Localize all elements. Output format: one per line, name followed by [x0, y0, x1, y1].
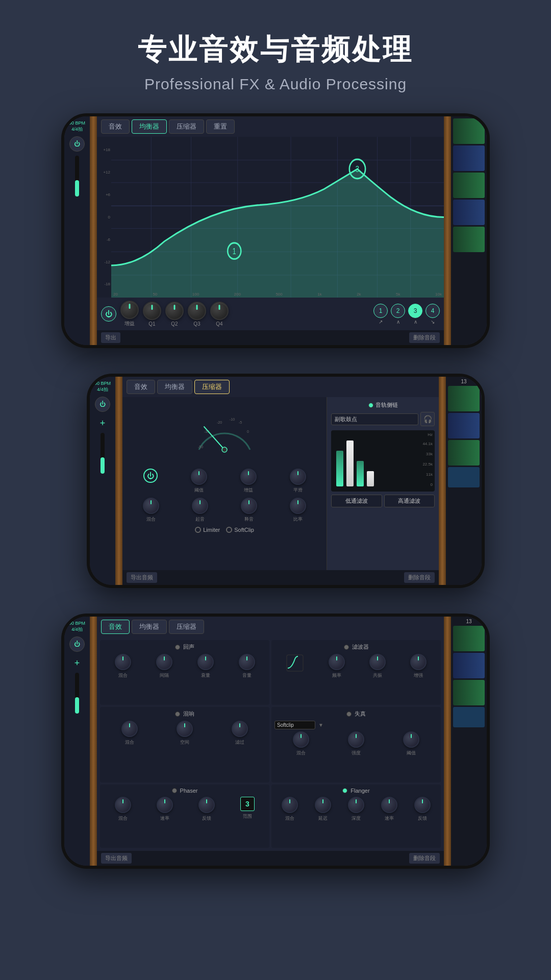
dist-strength-knob[interactable]: [348, 731, 364, 748]
freq-bar-2: [346, 440, 354, 486]
flanger-delay-knob[interactable]: [315, 797, 331, 813]
comp-knobs-row-1: ⏻ 阈值 增益 平滑: [127, 469, 322, 494]
band-3-btn[interactable]: 3: [408, 304, 422, 318]
dist-threshold-knob[interactable]: [403, 731, 419, 748]
filter-indicator: [344, 645, 349, 650]
phaser-mix-knob[interactable]: [115, 797, 131, 813]
export-audio-btn[interactable]: 导出音频: [127, 572, 157, 583]
svg-text:-20: -20: [217, 421, 222, 424]
export-audio-btn-3[interactable]: 导出音频: [101, 853, 132, 864]
phone-1: 90 BPM 4/4拍 ⏻ 音效 均衡器 压缩器 重置: [61, 113, 490, 348]
eq-power-btn[interactable]: ⏻: [101, 306, 116, 322]
power-btn-3[interactable]: ⏻: [69, 636, 85, 652]
reverb-knobs: 混合 间隔 衰量 音量: [103, 654, 266, 679]
flanger-rate-knob[interactable]: [381, 797, 397, 813]
q3-knob[interactable]: [188, 302, 206, 320]
wood-frame-right-2: [439, 377, 446, 585]
tab-fx-3[interactable]: 音效: [101, 620, 130, 634]
track-s2-3: [448, 440, 480, 465]
gain-knob[interactable]: [120, 301, 139, 319]
flanger-depth-knob[interactable]: [348, 797, 364, 813]
threshold-knob[interactable]: [191, 469, 207, 485]
attack-knob[interactable]: [192, 498, 208, 514]
power-btn-2[interactable]: ⏻: [95, 397, 110, 412]
flanger-feedback-knob[interactable]: [414, 797, 431, 813]
volume-slider[interactable]: [75, 156, 79, 197]
tab-eq-3[interactable]: 均衡器: [132, 620, 167, 634]
phone-2-footer: 导出音频 删除音段: [122, 570, 439, 585]
q2-knob[interactable]: [165, 302, 184, 320]
limiter-radio[interactable]: [195, 527, 201, 533]
ratio-knob[interactable]: [290, 498, 306, 514]
export-btn[interactable]: 导出: [101, 332, 120, 343]
tab-fx-2[interactable]: 音效: [127, 380, 155, 394]
filter-freq-knob[interactable]: [329, 654, 345, 670]
flanger-section: Flanger 混合 延迟: [271, 785, 441, 848]
knob-q4: Q4: [210, 302, 229, 327]
filter-gain-knob[interactable]: [410, 654, 427, 670]
headphone-btn[interactable]: 🎧: [420, 412, 435, 426]
tab-eq[interactable]: 均衡器: [132, 119, 167, 134]
softclip-radio[interactable]: [226, 527, 232, 533]
highpass-btn[interactable]: 高通滤波: [384, 495, 435, 507]
band-4-btn[interactable]: 4: [425, 304, 440, 318]
volume-slider-2[interactable]: [101, 433, 105, 474]
lowpass-btn[interactable]: 低通滤波: [331, 495, 382, 507]
mix-knob[interactable]: [143, 498, 159, 514]
smooth-knob[interactable]: [290, 469, 306, 485]
distortion-indicator: [346, 712, 352, 717]
release-knob[interactable]: [241, 498, 257, 514]
tab-eq-2[interactable]: 均衡器: [157, 380, 192, 394]
tab-comp-2[interactable]: 压缩器: [194, 380, 230, 394]
power-button[interactable]: ⏻: [69, 136, 85, 152]
eq-y-labels: +18 +12 +6 0 -6 -12 -18: [97, 137, 111, 298]
compressor-panel: -50 -30 -20 -10 -5 0: [122, 397, 439, 570]
chorus-space-knob[interactable]: [177, 721, 193, 737]
reverb-interval-knob[interactable]: [156, 654, 172, 670]
tab-comp-3[interactable]: 压缩器: [169, 620, 204, 634]
q4-knob[interactable]: [210, 302, 229, 320]
filter-section: 滤波器 频率: [271, 640, 441, 705]
track-s2-2: [448, 413, 480, 438]
phone-2-right-panel: 13: [446, 377, 482, 585]
delete-btn[interactable]: 删除音段: [409, 332, 440, 343]
eq-curve-area: 1 3 20 50 100 200 500 1k 2k: [111, 137, 444, 298]
band-1-btn[interactable]: 1: [373, 304, 388, 318]
reverb-volume-knob[interactable]: [239, 654, 255, 670]
phaser-rate-knob[interactable]: [157, 797, 173, 813]
delete-segment-btn-3[interactable]: 删除音段: [409, 853, 440, 864]
phaser-section: Phaser 混合 速率: [100, 785, 269, 848]
comp-power-btn[interactable]: ⏻: [143, 469, 158, 483]
track-s3-1: [453, 626, 485, 651]
tab-reset[interactable]: 重置: [206, 119, 235, 134]
sidechain-dropdown[interactable]: 副歌鼓点: [331, 413, 418, 425]
chorus-mix-knob[interactable]: [121, 721, 138, 737]
phaser-number[interactable]: 3: [240, 797, 255, 811]
reverb-decay-knob[interactable]: [197, 654, 214, 670]
svg-text:-10: -10: [230, 418, 235, 421]
tab-fx[interactable]: 音效: [101, 119, 130, 134]
q1-knob[interactable]: [143, 302, 161, 320]
distortion-dropdown[interactable]: Softclip: [274, 721, 315, 729]
limiter-option[interactable]: Limiter: [195, 527, 220, 533]
wood-frame-right-3: [444, 617, 451, 866]
plus-icon[interactable]: +: [100, 418, 106, 429]
wood-frame-right: [444, 116, 451, 345]
phone-2-interior: 90 BPM 4/4拍 ⏻ + 音效 均衡器 压缩器: [90, 377, 482, 585]
flanger-mix-knob[interactable]: [282, 797, 298, 813]
filter-res-knob[interactable]: [369, 654, 386, 670]
phaser-feedback-knob[interactable]: [198, 797, 215, 813]
reverb-mix-knob[interactable]: [115, 654, 131, 670]
band-2-btn[interactable]: 2: [391, 304, 405, 318]
delete-segment-btn[interactable]: 删除音段: [404, 572, 435, 583]
chorus-filter-knob[interactable]: [232, 721, 248, 737]
phone-3-left-sidebar: 90 BPM 4/4拍 ⏻ +: [64, 617, 90, 866]
softclip-option[interactable]: SoftClip: [226, 527, 254, 533]
plus-icon-3[interactable]: +: [74, 658, 80, 669]
volume-slider-3[interactable]: [75, 673, 79, 714]
flanger-knobs: 混合 延迟 深度 速率: [274, 797, 438, 822]
dist-mix-knob[interactable]: [293, 731, 309, 748]
tab-comp[interactable]: 压缩器: [169, 119, 204, 134]
track-3: [453, 173, 485, 198]
gain-knob-comp[interactable]: [240, 469, 257, 485]
